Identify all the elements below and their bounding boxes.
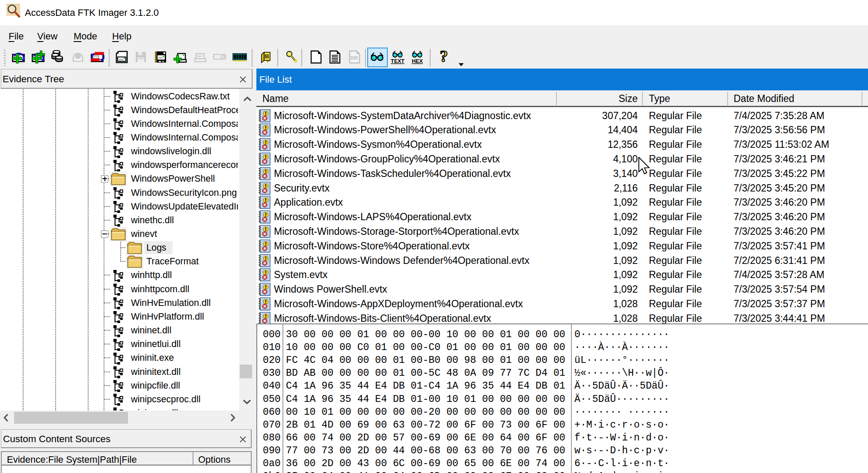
svg-text:DIR: DIR: [351, 56, 358, 60]
svg-text:HEX: HEX: [412, 58, 423, 64]
svg-text:?: ?: [440, 49, 448, 64]
svg-text:TEXT: TEXT: [391, 58, 404, 64]
